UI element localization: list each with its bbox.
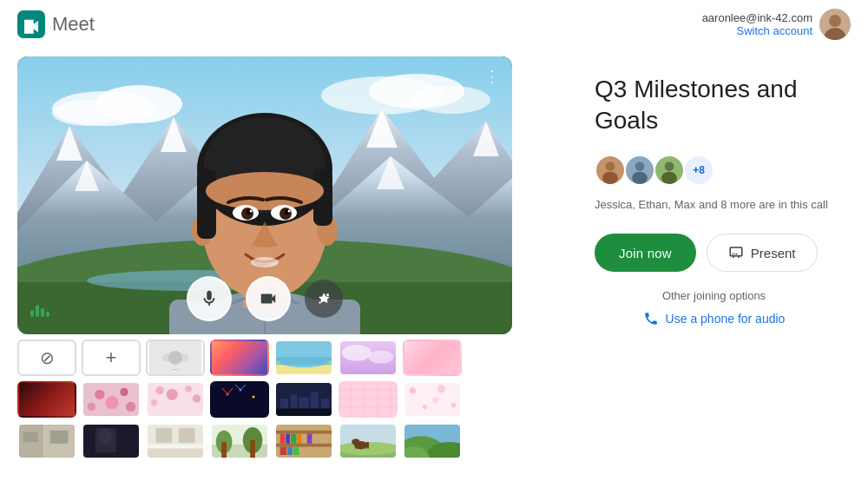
svg-point-58: [369, 351, 393, 364]
svg-point-60: [95, 390, 104, 399]
svg-point-67: [167, 389, 178, 400]
svg-rect-121: [286, 434, 290, 444]
bg-cherry-blossom-option[interactable]: [146, 381, 205, 418]
svg-text:⋯: ⋯: [172, 366, 179, 373]
svg-rect-84: [276, 408, 332, 416]
svg-point-145: [635, 162, 645, 171]
svg-point-57: [342, 345, 372, 361]
bg-row-1: ⊘ + ⋯: [17, 340, 512, 376]
svg-line-77: [240, 385, 246, 390]
bg-dark-room-option[interactable]: [82, 423, 141, 459]
svg-point-61: [105, 396, 118, 409]
bg-green-hills-option[interactable]: [403, 423, 462, 459]
bg-add-option[interactable]: +: [82, 340, 141, 376]
svg-point-136: [352, 439, 359, 445]
phone-icon: [643, 311, 659, 326]
svg-rect-108: [155, 428, 172, 443]
present-icon: [728, 245, 744, 260]
svg-rect-115: [221, 442, 227, 458]
audio-bar-4: [46, 312, 49, 317]
video-options-button[interactable]: ⋮: [484, 67, 502, 86]
main-content: ⋮: [0, 0, 868, 488]
svg-point-94: [423, 405, 428, 410]
svg-point-63: [88, 403, 95, 411]
svg-rect-119: [276, 444, 332, 447]
svg-rect-118: [276, 431, 332, 434]
svg-point-148: [665, 162, 674, 171]
audio-bar-3: [41, 308, 44, 317]
bg-flowers-option[interactable]: [82, 381, 141, 418]
bg-white-room-option[interactable]: [146, 423, 205, 459]
svg-rect-55: [276, 357, 332, 365]
video-panel: ⋮: [0, 48, 560, 488]
svg-rect-124: [307, 434, 312, 444]
svg-point-69: [193, 394, 201, 402]
svg-point-95: [437, 385, 445, 392]
svg-point-43: [251, 257, 279, 267]
svg-line-75: [227, 388, 233, 394]
other-options-label: Other joining options: [595, 289, 833, 302]
svg-point-149: [661, 172, 677, 184]
svg-rect-109: [179, 428, 195, 443]
svg-point-2: [829, 15, 841, 27]
effects-button[interactable]: [305, 280, 343, 318]
bg-fireworks-option[interactable]: [210, 381, 269, 418]
bg-horses-option[interactable]: [339, 423, 398, 459]
bg-row-2: [17, 381, 512, 418]
svg-point-7: [52, 100, 122, 126]
camera-button[interactable]: [246, 276, 291, 321]
background-selector: ⊘ + ⋯: [17, 334, 512, 459]
bg-bookshelf-option[interactable]: [274, 423, 333, 459]
logo-area: Meet: [17, 10, 95, 38]
svg-point-142: [606, 162, 615, 171]
svg-point-146: [632, 172, 648, 184]
bg-pink-grid-option[interactable]: [339, 381, 398, 418]
svg-rect-134: [363, 442, 365, 449]
svg-rect-101: [23, 432, 38, 442]
participant-avatar-max: [654, 155, 685, 186]
right-panel: Q3 Milestones and Goals: [560, 48, 868, 488]
action-buttons: Join now Present: [595, 234, 833, 272]
bg-nature-room-option[interactable]: [210, 423, 269, 459]
bg-none-option[interactable]: ⊘: [17, 340, 76, 376]
switch-account-link[interactable]: Switch account: [702, 24, 812, 37]
header: Meet aaronlee@ink-42.com Switch account: [0, 0, 868, 49]
svg-point-93: [410, 387, 417, 394]
svg-point-50: [180, 353, 188, 362]
bg-sakura-option[interactable]: [403, 381, 462, 418]
bg-architecture-option[interactable]: [17, 423, 76, 459]
svg-rect-127: [293, 447, 299, 455]
participants-avatars: +8: [595, 155, 833, 186]
svg-point-66: [155, 386, 163, 394]
bg-beach-option[interactable]: [274, 340, 333, 376]
svg-point-73: [253, 396, 255, 399]
bg-sunset-option[interactable]: [210, 340, 269, 376]
audio-level-indicator: [30, 305, 49, 317]
present-label: Present: [751, 246, 796, 260]
present-button[interactable]: Present: [707, 234, 818, 272]
bg-purple-sky-option[interactable]: [339, 340, 398, 376]
bg-dark-city-option[interactable]: [274, 381, 333, 418]
svg-point-10: [412, 86, 490, 114]
svg-line-76: [235, 385, 240, 390]
join-now-button[interactable]: Join now: [595, 234, 696, 272]
svg-point-49: [162, 353, 171, 362]
bg-pink-soft-option[interactable]: [403, 340, 462, 376]
bg-galaxy-option[interactable]: [17, 381, 76, 418]
svg-rect-122: [291, 434, 297, 444]
svg-point-97: [432, 397, 439, 404]
svg-point-96: [451, 403, 457, 408]
participants-text: Jessica, Ethan, Max and 8 more are in th…: [595, 196, 833, 214]
svg-point-70: [151, 399, 158, 406]
svg-point-45: [326, 293, 329, 296]
audio-bar-2: [36, 305, 39, 317]
svg-point-64: [126, 402, 135, 412]
svg-rect-135: [366, 442, 369, 449]
mic-button[interactable]: [187, 276, 232, 321]
svg-rect-110: [148, 448, 203, 458]
phone-audio-option[interactable]: Use a phone for audio: [595, 311, 833, 326]
bg-blur-option[interactable]: ⋯: [146, 340, 205, 376]
participant-avatar-jessica: [595, 155, 626, 186]
svg-point-68: [185, 386, 192, 392]
participant-avatar-extra: +8: [683, 155, 714, 186]
